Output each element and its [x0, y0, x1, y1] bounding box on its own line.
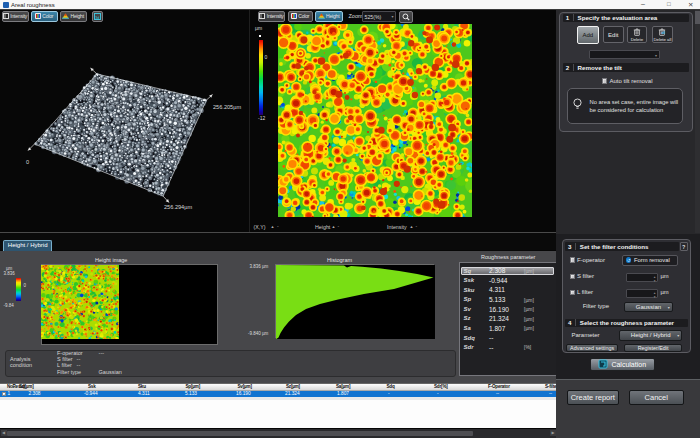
svg-text:all: all	[662, 31, 666, 35]
svg-text:256.205µm: 256.205µm	[213, 104, 241, 110]
svg-text:0: 0	[26, 159, 29, 165]
svg-text:3d: 3d	[95, 14, 99, 19]
svg-text:256.294µm: 256.294µm	[164, 204, 192, 210]
